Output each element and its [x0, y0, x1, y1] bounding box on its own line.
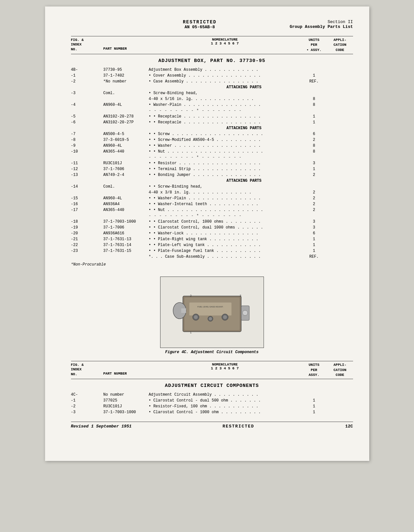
part-num: AN3102-20-278: [103, 114, 149, 119]
appli: [327, 392, 353, 398]
fig-no: [71, 190, 103, 195]
part-num: Coml.: [103, 90, 149, 96]
units: 2: [301, 195, 327, 201]
part-num: 37730-95: [103, 67, 149, 73]
fig-no: -1: [71, 73, 103, 79]
units: 2: [301, 172, 327, 178]
part-num: AN960-4L: [103, 195, 149, 201]
section-header-label: ATTACHING PARTS: [227, 84, 301, 90]
appli: [327, 143, 353, 149]
fig-no: -9: [71, 143, 103, 149]
part-num: *No number: [103, 79, 149, 84]
figure-diagram: FUEL LEVEL GAGE ADJUST. 2 3 1: [160, 277, 264, 348]
table-row: -23 37-1-7631-15 • • Plate-Fuselage fuel…: [71, 248, 353, 254]
svg-text:FUEL LEVEL GAGE ADJUST.: FUEL LEVEL GAGE ADJUST.: [197, 306, 223, 308]
svg-rect-11: [181, 308, 186, 313]
col-appli: APPLI-CATIONCODE: [327, 38, 353, 53]
part-num: 37-1-7003-1000: [103, 409, 149, 415]
col-units: UNITSPER• ASSY.: [301, 38, 327, 53]
part-num: 37-1-7606: [103, 166, 149, 172]
table-row: -6 AN3102-20-27P • • Receptacle . . . . …: [71, 119, 353, 125]
appli: [327, 90, 353, 96]
appli: [327, 403, 353, 409]
part-num: Coml.: [103, 184, 149, 190]
bottom-section: FIG. &INDEXNO. PART NUMBER NOMENCLATURE …: [71, 361, 353, 415]
table-row: - - - - - - - - - * - - - - - - - -: [71, 155, 353, 160]
footer-restricted: RESTRICTED: [222, 424, 254, 429]
section-label: Section II: [290, 19, 353, 24]
units: 8: [301, 96, 327, 102]
fig-no: -3: [71, 409, 103, 415]
appli: [327, 254, 353, 260]
part-num: 37-1-7631-15: [103, 248, 149, 254]
part-num: [103, 190, 149, 195]
bottom-col-appli: APPLI-CATIONCODE: [327, 363, 353, 377]
table-row: - - - - - - - - - * - - - - - - - -: [71, 108, 353, 114]
table-row: -11 RU3C101J • • Resistor . . . . . . . …: [71, 160, 353, 166]
nomenclature: • Washer-Plain . . . . . . . . . . . . .…: [149, 102, 301, 108]
header-right: Section II Group Assembly Parts List: [290, 19, 353, 29]
nomenclature: • • Plate-Right wing tank . . . . . . . …: [149, 236, 301, 242]
nomenclature: • • Screw-Binding head,: [149, 184, 301, 190]
table-row: -3 Coml. • Screw-Binding head,: [71, 90, 353, 96]
table-row: -18 37-1-7003-1000 • • Clarostat Control…: [71, 219, 353, 225]
fig-no: 4B-: [71, 67, 103, 73]
nomenclature: • Clarostat Control - 1000 ohm . . . . .…: [149, 409, 301, 415]
units: 1: [301, 236, 327, 242]
table-row: -1 37-1-7402 • Cover Assembly . . . . . …: [71, 73, 353, 79]
appli: [327, 67, 353, 73]
nomenclature: • • Screw . . . . . . . . . . . . . . . …: [149, 131, 301, 137]
part-num: AN960-4L: [103, 143, 149, 149]
col-part-number: PART NUMBER: [103, 38, 149, 53]
appli: [327, 131, 353, 137]
device-illustration: FUEL LEVEL GAGE ADJUST. 2 3 1: [163, 280, 261, 345]
units: 2: [301, 190, 327, 195]
bottom-col-nom: NOMENCLATURE 1 2 3 4 5 6 7: [149, 363, 301, 377]
table-row: - - - - - - - - - * - - - - - - - -: [71, 213, 353, 219]
nomenclature: • • Plate-Fuselage fuel tank . . . . . .…: [149, 248, 301, 254]
table-row: -7 AN500-4-5 • • Screw . . . . . . . . .…: [71, 131, 353, 137]
nomenclature: • • Receptacle . . . . . . . . . . . . .…: [149, 114, 301, 119]
nomenclature: • Resistor-Fixed, 100 ohm . . . . . . . …: [149, 403, 301, 409]
units: [301, 184, 327, 190]
table-row: -20 AN936A616 • • Washer-Lock . . . . . …: [71, 230, 353, 236]
fig-no: -18: [71, 219, 103, 225]
appli: [327, 73, 353, 79]
bottom-col-fig: FIG. &INDEXNO.: [71, 363, 103, 377]
units: 8: [301, 143, 327, 149]
page-header: RESTRICTED AN 05-65AB-8 Section II Group…: [71, 19, 353, 30]
part-num: AN365-440: [103, 149, 149, 155]
units: 1: [301, 166, 327, 172]
nom-numbers: 1 2 3 4 5 6 7: [211, 42, 239, 45]
table-row: -2 RU3C101J • Resistor-Fixed, 100 ohm . …: [71, 403, 353, 409]
units: 3: [301, 225, 327, 230]
table-row: -15 AN960-4L • • Washer-Plain . . . . . …: [71, 195, 353, 201]
section-title: Group Assembly Parts List: [290, 24, 353, 29]
fig-no: -1: [71, 398, 103, 403]
fig-no: -21: [71, 236, 103, 242]
part-num: AN960-4L: [103, 102, 149, 108]
bottom-column-headers: FIG. &INDEXNO. PART NUMBER NOMENCLATURE …: [71, 361, 353, 379]
units: 1: [301, 114, 327, 119]
appli: [327, 160, 353, 166]
fig-no: -23: [71, 248, 103, 254]
fig-no: -17: [71, 207, 103, 213]
doc-number: AN 05-65AB-8: [183, 25, 217, 30]
figure-caption: Figure 4C. Adjustment Circuit Components: [165, 350, 258, 354]
fig-no: -2: [71, 79, 103, 84]
nomenclature: • • Nut . . . . . . . . . . . . . . . . …: [149, 149, 301, 155]
table-row: 4-40 x 5/16 in. lg. . . . . . . . . . . …: [71, 96, 353, 102]
table-row: 4B- 37730-95 Adjustment Box Assembly . .…: [71, 67, 353, 73]
appli: [327, 236, 353, 242]
table-row: ATTACHING PARTS: [149, 125, 353, 131]
table-row: -16 AN936A4 • • Washer-Internal teeth . …: [71, 201, 353, 207]
nomenclature: Adjustment Circuit Assembly . . . . . . …: [149, 392, 301, 398]
units: [301, 67, 327, 73]
units: REF.: [301, 79, 327, 84]
fig-no: -13: [71, 172, 103, 178]
section-header-label: ATTACHING PARTS: [227, 178, 301, 184]
appli: [327, 102, 353, 108]
parts-table: 4B- 37730-95 Adjustment Box Assembly . .…: [71, 67, 353, 260]
fig-no: -15: [71, 195, 103, 201]
part-num: [103, 254, 149, 260]
